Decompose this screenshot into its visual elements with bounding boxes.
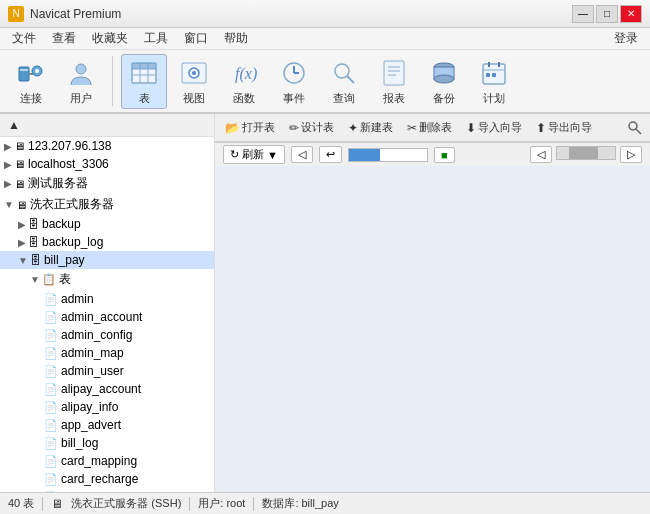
minimize-button[interactable]: — — [572, 5, 594, 23]
table-count: 40 表 — [8, 496, 34, 511]
tree-bill-log[interactable]: 📄 bill_log — [0, 434, 214, 452]
tool-user[interactable]: 用户 — [58, 55, 104, 108]
tree-admin-map[interactable]: 📄 admin_map — [0, 344, 214, 362]
tool-schedule[interactable]: 计划 — [471, 55, 517, 108]
delete-table-button[interactable]: ✂ 删除表 — [401, 118, 458, 137]
tree-ip1[interactable]: ▶ 🖥 123.207.96.138 — [0, 137, 214, 155]
tool-report[interactable]: 报表 — [371, 55, 417, 108]
canvas-action-btn[interactable]: ↩ — [319, 146, 342, 163]
view-icon — [178, 57, 210, 89]
tool-table[interactable]: 表 — [121, 54, 167, 109]
menu-favorites[interactable]: 收藏夹 — [84, 28, 136, 49]
user-icon — [65, 57, 97, 89]
delete-icon: ✂ — [407, 121, 417, 135]
refresh-icon: ↻ — [230, 148, 239, 161]
function-icon: f(x) — [228, 57, 260, 89]
toolbar-divider-1 — [112, 56, 113, 106]
er-canvas-container[interactable]: user_favour_devices 🔑 id int userId int … — [215, 142, 650, 492]
canvas-color-btn[interactable]: ■ — [434, 147, 455, 163]
canvas-scroll-left[interactable]: ◁ — [291, 146, 313, 163]
tree-admin-account[interactable]: 📄 admin_account — [0, 308, 214, 326]
tree-tables[interactable]: ▼ 📋 表 — [0, 269, 214, 290]
app-title: Navicat Premium — [30, 7, 572, 21]
refresh-button[interactable]: ↻ 刷新 ▼ — [223, 145, 285, 164]
canvas-toolbar: ↻ 刷新 ▼ ◁ ↩ ■ ◁ ▷ — [215, 142, 650, 166]
tree-alipay-account[interactable]: 📄 alipay_account — [0, 380, 214, 398]
sidebar: ▲ ▶ 🖥 123.207.96.138 ▶ 🖥 localhost_3306 … — [0, 114, 215, 492]
svg-point-14 — [192, 71, 196, 75]
tree-xi-server[interactable]: ▼ 🖥 洗衣正式服务器 — [0, 194, 214, 215]
tree-admin[interactable]: 📄 admin — [0, 290, 214, 308]
user-label: 用户 — [70, 91, 92, 106]
tool-function[interactable]: f(x) 函数 — [221, 55, 267, 108]
svg-text:f(x): f(x) — [235, 65, 257, 83]
app-icon: N — [8, 6, 24, 22]
main-toolbar: 连接 用户 表 — [0, 50, 650, 114]
tool-event[interactable]: 事件 — [271, 55, 317, 108]
event-label: 事件 — [283, 91, 305, 106]
tree-bill-pay[interactable]: ▼ 🗄 bill_pay — [0, 251, 214, 269]
table-icon — [128, 57, 160, 89]
svg-point-19 — [335, 64, 349, 78]
tree-card-recharge[interactable]: 📄 card_recharge — [0, 470, 214, 488]
svg-point-4 — [35, 69, 39, 73]
open-icon: 📂 — [225, 121, 240, 135]
svg-rect-21 — [384, 61, 404, 85]
open-table-button[interactable]: 📂 打开表 — [219, 118, 281, 137]
new-icon: ✦ — [348, 121, 358, 135]
window-controls: — □ ✕ — [572, 5, 642, 23]
svg-rect-11 — [132, 63, 156, 69]
status-bar: 40 表 🖥 洗衣正式服务器 (SSH) 用户: root 数据库: bill_… — [0, 492, 650, 514]
design-table-button[interactable]: ✏ 设计表 — [283, 118, 340, 137]
tree-card-recharge-request[interactable]: 📄 card_recharge_request_log — [0, 488, 214, 492]
database-info: 数据库: bill_pay — [262, 496, 338, 511]
tree-alipay-info[interactable]: 📄 alipay_info — [0, 398, 214, 416]
menu-file[interactable]: 文件 — [4, 28, 44, 49]
close-button[interactable]: ✕ — [620, 5, 642, 23]
search-button[interactable] — [624, 117, 646, 139]
canvas-right-controls: ◁ ▷ — [530, 146, 642, 163]
maximize-button[interactable]: □ — [596, 5, 618, 23]
new-table-button[interactable]: ✦ 新建表 — [342, 118, 399, 137]
tool-backup[interactable]: 备份 — [421, 55, 467, 108]
menu-tools[interactable]: 工具 — [136, 28, 176, 49]
tool-query[interactable]: 查询 — [321, 55, 367, 108]
svg-point-34 — [629, 122, 637, 130]
svg-rect-32 — [486, 73, 490, 77]
horizontal-scrollbar[interactable] — [556, 146, 616, 160]
login-button[interactable]: 登录 — [606, 28, 646, 49]
canvas-scroll-h-left[interactable]: ◁ — [530, 146, 552, 163]
tool-view[interactable]: 视图 — [171, 55, 217, 108]
report-label: 报表 — [383, 91, 405, 106]
tree-ip2[interactable]: ▶ 🖥 localhost_3306 — [0, 155, 214, 173]
event-icon — [278, 57, 310, 89]
function-label: 函数 — [233, 91, 255, 106]
canvas-scroll-h-right[interactable]: ▷ — [620, 146, 642, 163]
report-icon — [378, 57, 410, 89]
connect-label: 连接 — [20, 91, 42, 106]
refresh-dropdown-icon: ▼ — [267, 149, 278, 161]
menu-window[interactable]: 窗口 — [176, 28, 216, 49]
query-icon — [328, 57, 360, 89]
tree-backup-log[interactable]: ▶ 🗄 backup_log — [0, 233, 214, 251]
design-icon: ✏ — [289, 121, 299, 135]
tree-admin-user[interactable]: 📄 admin_user — [0, 362, 214, 380]
tree-app-advert[interactable]: 📄 app_advert — [0, 416, 214, 434]
menu-help[interactable]: 帮助 — [216, 28, 256, 49]
svg-point-27 — [434, 75, 454, 83]
tree-admin-config[interactable]: 📄 admin_config — [0, 326, 214, 344]
export-wizard-button[interactable]: ⬆ 导出向导 — [530, 118, 598, 137]
schedule-icon — [478, 57, 510, 89]
import-wizard-button[interactable]: ⬇ 导入向导 — [460, 118, 528, 137]
connect-icon — [15, 57, 47, 89]
tree-backup[interactable]: ▶ 🗄 backup — [0, 215, 214, 233]
schedule-label: 计划 — [483, 91, 505, 106]
tree-card-mapping[interactable]: 📄 card_mapping — [0, 452, 214, 470]
status-divider-2 — [189, 497, 190, 511]
svg-line-35 — [636, 129, 641, 134]
menu-view[interactable]: 查看 — [44, 28, 84, 49]
tree-test[interactable]: ▶ 🖥 测试服务器 — [0, 173, 214, 194]
tool-connect[interactable]: 连接 — [8, 55, 54, 108]
export-icon: ⬆ — [536, 121, 546, 135]
zoom-slider[interactable] — [348, 148, 428, 162]
